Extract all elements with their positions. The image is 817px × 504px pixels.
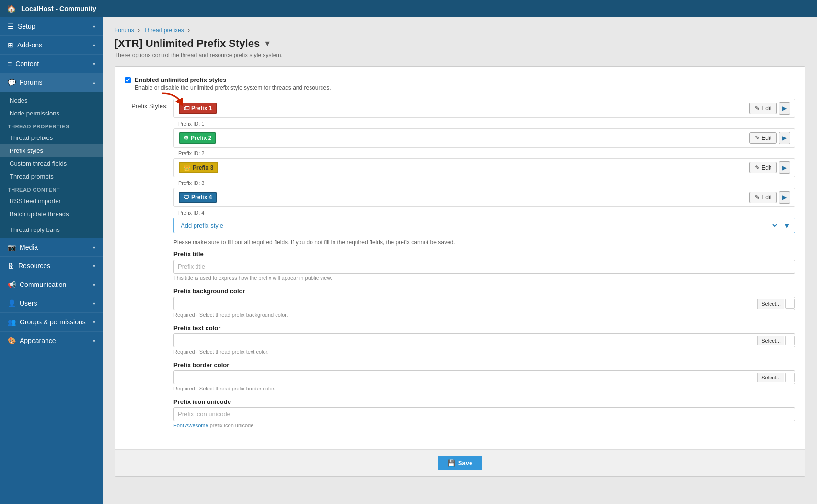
sidebar-label-forums: Forums	[20, 79, 93, 86]
media-icon: 📷	[8, 243, 16, 251]
sidebar-item-nodes[interactable]: Nodes	[0, 94, 103, 107]
chevron-down-icon: ▾	[93, 263, 95, 269]
prefix-text-color-input[interactable]	[174, 334, 757, 347]
expand-prefix-2-button[interactable]: ▶	[779, 132, 790, 144]
enabled-desc: Enable or disable the unlimited prefix s…	[135, 84, 331, 91]
sidebar-item-users[interactable]: 👤 Users ▾	[0, 294, 103, 313]
enabled-label: Enabled unlimited prefix styles	[135, 76, 331, 83]
sidebar-item-forums[interactable]: 💬 Forums ▴	[0, 73, 103, 92]
sidebar: ☰ Setup ▾ ⊞ Add-ons ▾ ≡ Content ▾ 💬 Foru…	[0, 17, 103, 504]
sidebar-item-custom-thread-fields[interactable]: Custom thread fields	[0, 157, 103, 170]
prefix-bg-color-label: Prefix background color	[173, 287, 795, 295]
sidebar-item-resources[interactable]: 🗄 Resources ▾	[0, 257, 103, 275]
sidebar-label-content: Content	[15, 60, 93, 68]
sidebar-item-prefix-styles[interactable]: Prefix styles	[0, 144, 103, 157]
title-dropdown-icon[interactable]: ▼	[264, 39, 271, 48]
prefix-item-4: 🛡 Prefix 4 ✎ Edit ▶	[173, 188, 795, 207]
prefix-title-group: Prefix title This title is used to expre…	[173, 251, 795, 281]
sidebar-item-thread-reply-bans[interactable]: Thread reply bans	[0, 223, 103, 236]
prefix-icon-2: ⚙	[184, 135, 189, 141]
text-color-picker-button[interactable]: Select...	[757, 336, 784, 345]
expand-prefix-1-button[interactable]: ▶	[779, 102, 790, 115]
prefix-border-color-field: Select...	[173, 370, 795, 384]
edit-icon-1: ✎	[755, 105, 759, 112]
save-label: Save	[458, 459, 472, 467]
sidebar-item-thread-prompts[interactable]: Thread prompts	[0, 170, 103, 183]
prefix-3-actions: ✎ Edit ▶	[749, 161, 790, 174]
breadcrumb-forums[interactable]: Forums	[115, 27, 134, 34]
topbar: 🏠 LocalHost - Community	[0, 0, 817, 17]
bg-color-picker-button[interactable]: Select...	[757, 299, 784, 309]
expand-prefix-4-button[interactable]: ▶	[779, 191, 790, 204]
save-button[interactable]: 💾 Save	[438, 456, 482, 470]
prefix-icon-4: 🛡	[184, 194, 189, 201]
sidebar-label-appearance: Appearance	[20, 337, 93, 344]
chevron-down-icon: ▾	[93, 24, 95, 29]
prefix-item-3: 👑 Prefix 3 ✎ Edit ▶	[173, 158, 795, 177]
chevron-down-icon: ▾	[93, 61, 95, 67]
text-color-swatch	[785, 336, 795, 345]
prefix-2-actions: ✎ Edit ▶	[749, 132, 790, 144]
page-title: [XTR] Unlimited Prefix Styles ▼	[115, 37, 805, 50]
panel-body: Enabled unlimited prefix styles Enable o…	[115, 67, 805, 449]
prefix-title-input[interactable]	[173, 260, 795, 274]
prefix-label-2: Prefix 2	[191, 135, 211, 141]
prefix-4-actions: ✎ Edit ▶	[749, 191, 790, 204]
edit-icon-3: ✎	[755, 164, 759, 171]
prefix-border-color-input[interactable]	[174, 371, 757, 384]
sidebar-item-media[interactable]: 📷 Media ▾	[0, 238, 103, 257]
chevron-down-icon: ▾	[93, 245, 95, 250]
edit-prefix-3-button[interactable]: ✎ Edit	[749, 162, 777, 173]
prefix-item-1: 🏷 Prefix 1 ✎ Edit ▶	[173, 99, 795, 118]
chevron-down-icon: ▾	[93, 43, 95, 48]
page-subtitle: These options control the thread and res…	[115, 52, 805, 58]
content-icon: ≡	[8, 60, 12, 68]
sidebar-item-groups[interactable]: 👥 Groups & permissions ▾	[0, 313, 103, 332]
expand-prefix-3-button[interactable]: ▶	[779, 161, 790, 174]
resources-icon: 🗄	[8, 262, 14, 270]
chevron-down-icon: ▾	[93, 338, 95, 344]
prefix-1-actions: ✎ Edit ▶	[749, 102, 790, 115]
add-prefix-select[interactable]: Add prefix style	[174, 218, 779, 233]
edit-icon-4: ✎	[755, 194, 759, 201]
sidebar-item-node-permissions[interactable]: Node permissions	[0, 107, 103, 120]
edit-prefix-4-button[interactable]: ✎ Edit	[749, 192, 777, 203]
prefix-label-3: Prefix 3	[193, 164, 213, 171]
chevron-down-icon: ▾	[93, 282, 95, 287]
thread-content-group: Thread content	[0, 183, 103, 195]
topbar-title: LocalHost - Community	[21, 5, 96, 12]
prefix-border-color-label: Prefix border color	[173, 361, 795, 368]
sidebar-item-content[interactable]: ≡ Content ▾	[0, 55, 103, 73]
addons-icon: ⊞	[8, 41, 13, 49]
edit-prefix-2-button[interactable]: ✎ Edit	[749, 132, 777, 144]
sidebar-item-setup[interactable]: ☰ Setup ▾	[0, 17, 103, 36]
font-awesome-link[interactable]: Font Awesome	[173, 423, 208, 428]
prefix-label-4: Prefix 4	[191, 194, 212, 201]
prefix-styles-label: Prefix Styles:	[125, 99, 168, 435]
prefix-icon-unicode-input[interactable]	[173, 407, 795, 421]
save-row: 💾 Save	[115, 449, 805, 476]
enabled-checkbox[interactable]	[125, 77, 131, 83]
sidebar-item-rss-importer[interactable]: RSS feed importer	[0, 195, 103, 207]
breadcrumb-thread-prefixes[interactable]: Thread prefixes	[144, 27, 184, 34]
sidebar-label-resources: Resources	[18, 262, 93, 270]
edit-prefix-1-button[interactable]: ✎ Edit	[749, 103, 777, 114]
sidebar-item-addons[interactable]: ⊞ Add-ons ▾	[0, 36, 103, 55]
prefix-badge-3: 👑 Prefix 3	[179, 162, 218, 173]
prefix-1-id: Prefix ID: 1	[173, 119, 795, 128]
main-panel: Enabled unlimited prefix styles Enable o…	[115, 66, 805, 477]
sidebar-item-batch-update[interactable]: Batch update threads	[0, 207, 103, 220]
prefix-2-id: Prefix ID: 2	[173, 149, 795, 158]
prefix-text-color-group: Prefix text color Select... Required · S…	[173, 324, 795, 355]
prefix-item-2: ⚙ Prefix 2 ✎ Edit ▶	[173, 128, 795, 148]
prefix-border-color-group: Prefix border color Select... Required ·…	[173, 361, 795, 391]
prefix-text-hint: Required · Select thread prefix text col…	[173, 349, 795, 355]
prefix-styles-section: Prefix Styles: 🏷 Prefix 1 ✎ Ed	[125, 99, 795, 435]
prefix-bg-color-input[interactable]	[174, 297, 757, 310]
home-icon[interactable]: 🏠	[7, 4, 16, 13]
border-color-picker-button[interactable]: Select...	[757, 373, 784, 382]
sidebar-item-communication[interactable]: 📢 Communication ▾	[0, 275, 103, 294]
chevron-down-icon: ▾	[93, 320, 95, 325]
sidebar-item-thread-prefixes[interactable]: Thread prefixes	[0, 131, 103, 144]
sidebar-item-appearance[interactable]: 🎨 Appearance ▾	[0, 332, 103, 350]
